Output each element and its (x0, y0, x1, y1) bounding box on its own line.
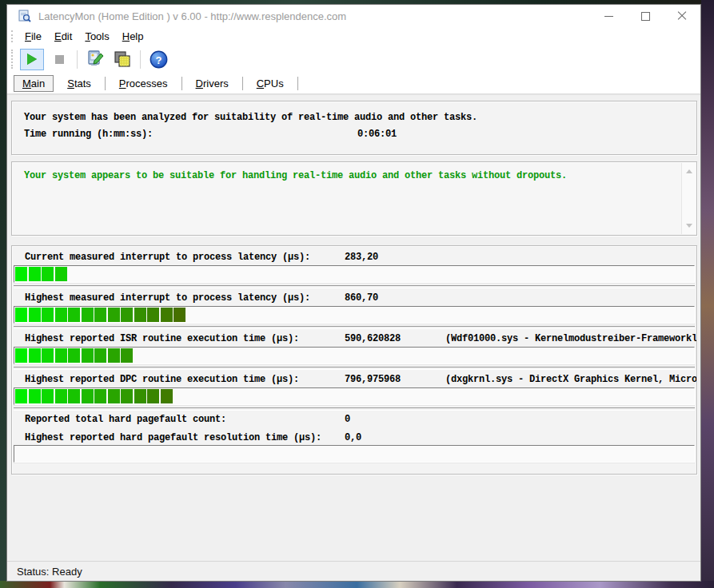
app-icon (18, 10, 31, 22)
metric-row: Highest reported DPC routine execution t… (14, 370, 695, 387)
suitability-message: Your system appears to be suitable for h… (24, 170, 696, 181)
bar-segment (15, 267, 27, 281)
metric-value: 860,70 (345, 292, 378, 304)
tab-separator (297, 77, 298, 90)
minimize-button[interactable] (590, 5, 627, 27)
report-icon (113, 50, 132, 69)
taskbar-sliver (0, 581, 714, 588)
play-icon (27, 54, 37, 65)
close-button[interactable] (664, 5, 700, 27)
toolbar-separator (77, 50, 78, 69)
bar-segment (108, 308, 120, 322)
metric-driver-detail: (dxgkrnl.sys - DirectX Graphics Kernel, … (445, 374, 697, 385)
options-icon (86, 50, 105, 69)
suitability-message-box: Your system appears to be suitable for h… (11, 161, 697, 236)
status-bar: Status: Ready (7, 561, 700, 581)
latency-metrics-box: Current measured interrupt to process la… (11, 245, 697, 475)
options-button[interactable] (83, 49, 107, 70)
desktop-background-right (701, 0, 714, 588)
bar-segment (134, 389, 146, 403)
bar-segment (42, 348, 54, 363)
bar-segment (94, 389, 106, 403)
metric-value: 0,0 (345, 432, 361, 443)
menu-gripper[interactable] (11, 30, 15, 42)
bar-segment (121, 308, 133, 322)
row-gap (14, 463, 695, 465)
time-running-label: Time running (h:mm:ss): (24, 129, 153, 140)
bar-segment (42, 389, 54, 403)
bar-segment (161, 308, 173, 322)
metric-label: Highest reported ISR routine execution t… (25, 333, 299, 344)
bar-segment (82, 308, 94, 322)
bar-segment (121, 348, 133, 363)
menu-items: FileEditToolsHelp (18, 29, 150, 43)
svg-text:?: ? (155, 54, 162, 66)
message-scrollbar[interactable] (681, 163, 696, 234)
status-text: Status: Ready (17, 566, 82, 578)
bar-segment (121, 389, 133, 403)
toolbar-gripper[interactable] (11, 50, 15, 69)
metric-value: 0 (345, 414, 350, 425)
tab-stats[interactable]: Stats (58, 75, 100, 92)
tab-drivers[interactable]: Drivers (187, 75, 237, 92)
bar-segment (108, 389, 120, 403)
bar-segment (108, 348, 120, 363)
analysis-line: Your system has been analyzed for suitab… (24, 112, 696, 129)
report-button[interactable] (110, 49, 134, 70)
tab-cpus[interactable]: CPUs (248, 75, 293, 92)
bar-segment (29, 308, 41, 322)
bar-segment (29, 389, 41, 403)
close-icon (677, 11, 687, 21)
bar-segment (68, 348, 80, 363)
titlebar: LatencyMon (Home Edition ) v 6.00 - http… (7, 5, 700, 27)
main-panel: Your system has been analyzed for suitab… (7, 94, 700, 561)
menu-item-tools[interactable]: Tools (78, 29, 115, 44)
metric-row: Highest reported ISR routine execution t… (14, 329, 695, 347)
metric-label: Current measured interrupt to process la… (25, 252, 310, 263)
latency-level-bar (14, 265, 695, 283)
bar-segment (55, 308, 67, 322)
bar-segment (94, 348, 106, 363)
metric-row: Highest measured interrupt to process la… (14, 288, 695, 306)
bar-segment (94, 308, 106, 322)
toolbar: ? (7, 45, 700, 74)
time-running-value: 0:06:01 (357, 129, 397, 140)
maximize-icon (641, 12, 650, 21)
metric-row: Highest reported hard pagefault resoluti… (14, 429, 695, 445)
menu-item-file[interactable]: File (18, 29, 48, 44)
bar-segment (147, 308, 159, 322)
menu-item-edit[interactable]: Edit (48, 29, 78, 44)
bar-segment (15, 348, 27, 363)
bar-segment (42, 267, 54, 281)
bar-segment (42, 308, 54, 322)
bar-segment (29, 267, 41, 281)
help-icon: ? (150, 50, 168, 69)
stop-icon (55, 55, 64, 64)
start-monitor-button[interactable] (20, 49, 44, 70)
bar-segment (82, 389, 94, 403)
help-button[interactable]: ? (146, 49, 170, 70)
bar-segment (68, 389, 80, 403)
latencymon-window: LatencyMon (Home Edition ) v 6.00 - http… (6, 4, 701, 582)
time-running-row: Time running (h:mm:ss): 0:06:01 (24, 129, 696, 145)
bar-segment (174, 308, 185, 322)
maximize-button[interactable] (627, 5, 664, 27)
window-title: LatencyMon (Home Edition ) v 6.00 - http… (38, 10, 346, 22)
metric-value: 796,975968 (345, 374, 401, 385)
stop-monitor-button[interactable] (47, 49, 71, 70)
scroll-down-icon[interactable] (686, 224, 692, 228)
latency-level-bar (14, 445, 695, 463)
metric-row: Reported total hard pagefault count:0 (14, 411, 695, 427)
bar-segment (55, 267, 67, 281)
scroll-up-icon[interactable] (686, 169, 692, 173)
metric-value: 283,20 (345, 252, 378, 263)
bar-segment (134, 308, 146, 322)
tab-main[interactable]: Main (14, 75, 54, 92)
menu-item-help[interactable]: Help (116, 29, 150, 44)
metric-label: Highest measured interrupt to process la… (25, 292, 310, 304)
metric-value: 590,620828 (345, 333, 401, 344)
bar-segment (55, 348, 67, 363)
bar-segment (55, 389, 67, 403)
window-controls (590, 5, 700, 27)
tab-processes[interactable]: Processes (110, 75, 177, 92)
